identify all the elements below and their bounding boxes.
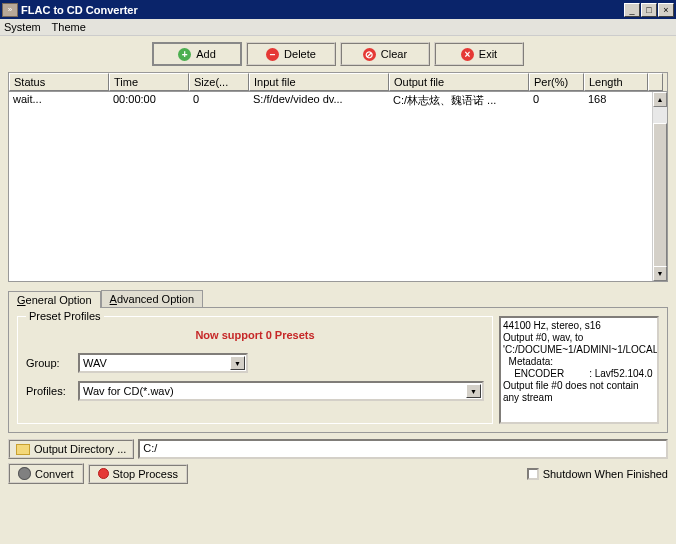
menubar: System Theme — [0, 19, 676, 36]
cell-status: wait... — [9, 92, 109, 109]
profiles-label: Profiles: — [26, 385, 78, 397]
cell-time: 00:00:00 — [109, 92, 189, 109]
shutdown-checkbox[interactable]: Shutdown When Finished — [527, 468, 668, 480]
stop-icon — [98, 468, 109, 479]
cell-length: 168 — [584, 92, 648, 109]
scroll-down-icon[interactable]: ▼ — [653, 266, 667, 281]
chevron-down-icon[interactable]: ▼ — [230, 356, 245, 370]
close-button[interactable]: × — [658, 3, 674, 17]
header-output[interactable]: Output file — [389, 73, 529, 91]
plus-icon: + — [178, 48, 191, 61]
vertical-scrollbar[interactable]: ▲ ▼ — [652, 92, 667, 281]
cancel-icon: ⊘ — [363, 48, 376, 61]
log-output: 44100 Hz, stereo, s16 Output #0, wav, to… — [499, 316, 659, 424]
maximize-button[interactable]: □ — [641, 3, 657, 17]
tab-advanced[interactable]: Advanced Option — [101, 290, 203, 307]
scroll-thumb[interactable] — [653, 123, 667, 273]
tab-strip: General Option Advanced Option — [8, 290, 668, 307]
folder-icon — [16, 444, 30, 455]
tab-panel: Preset Profiles Now support 0 Presets Gr… — [8, 307, 668, 433]
menu-system[interactable]: System — [4, 21, 41, 33]
exit-button[interactable]: ×Exit — [434, 42, 524, 66]
output-directory-field[interactable]: C:/ — [138, 439, 668, 459]
output-directory-button[interactable]: Output Directory ... — [8, 439, 134, 459]
preset-hint: Now support 0 Presets — [26, 325, 484, 353]
window-title: FLAC to CD Converter — [21, 4, 624, 16]
convert-button[interactable]: Convert — [8, 463, 84, 484]
tab-general[interactable]: General Option — [8, 291, 101, 308]
gear-icon — [18, 467, 31, 480]
minus-icon: − — [266, 48, 279, 61]
cell-output: C:/林志炫、魏语诺 ... — [389, 92, 529, 109]
header-per[interactable]: Per(%) — [529, 73, 584, 91]
stop-button[interactable]: Stop Process — [88, 464, 188, 484]
add-button[interactable]: +Add — [152, 42, 242, 66]
shutdown-label: Shutdown When Finished — [543, 468, 668, 480]
profiles-combo[interactable]: Wav for CD(*.wav)▼ — [78, 381, 484, 401]
header-input[interactable]: Input file — [249, 73, 389, 91]
chevron-down-icon[interactable]: ▼ — [466, 384, 481, 398]
cell-size: 0 — [189, 92, 249, 109]
group-label: Group: — [26, 357, 78, 369]
app-icon: » — [2, 3, 18, 17]
header-time[interactable]: Time — [109, 73, 189, 91]
group-combo[interactable]: WAV▼ — [78, 353, 248, 373]
header-spacer — [648, 73, 663, 91]
header-length[interactable]: Length — [584, 73, 648, 91]
table-row[interactable]: wait... 00:00:00 0 S:/f/dev/video dv... … — [9, 92, 652, 109]
file-grid: Status Time Size(... Input file Output f… — [8, 72, 668, 282]
checkbox-box[interactable] — [527, 468, 539, 480]
delete-button[interactable]: −Delete — [246, 42, 336, 66]
cell-per: 0 — [529, 92, 584, 109]
menu-theme[interactable]: Theme — [52, 21, 86, 33]
header-size[interactable]: Size(... — [189, 73, 249, 91]
cell-input: S:/f/dev/video dv... — [249, 92, 389, 109]
fieldset-legend: Preset Profiles — [26, 310, 104, 322]
clear-button[interactable]: ⊘Clear — [340, 42, 430, 66]
preset-profiles-fieldset: Preset Profiles Now support 0 Presets Gr… — [17, 316, 493, 424]
grid-headers: Status Time Size(... Input file Output f… — [9, 73, 667, 92]
toolbar: +Add −Delete ⊘Clear ×Exit — [0, 36, 676, 72]
titlebar: » FLAC to CD Converter _ □ × — [0, 0, 676, 19]
header-status[interactable]: Status — [9, 73, 109, 91]
minimize-button[interactable]: _ — [624, 3, 640, 17]
scroll-up-icon[interactable]: ▲ — [653, 92, 667, 107]
close-icon: × — [461, 48, 474, 61]
